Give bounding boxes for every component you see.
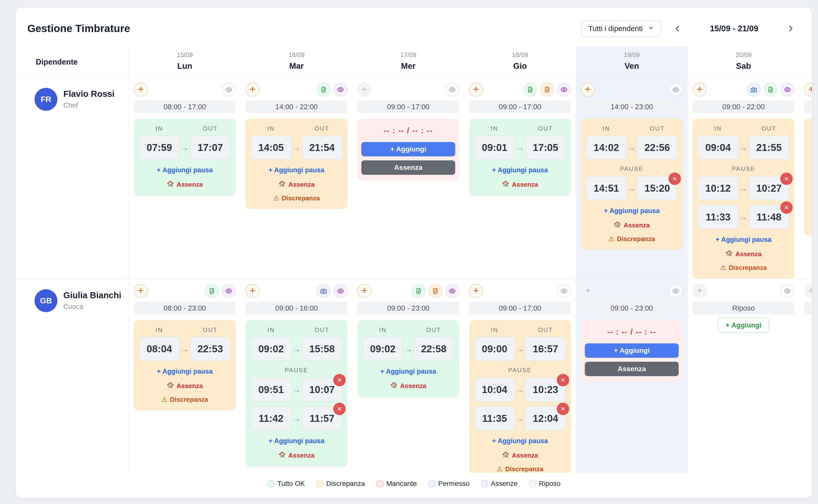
eye-icon[interactable] <box>445 83 459 97</box>
time-in-input[interactable]: 14:02 <box>586 136 626 159</box>
eye-icon[interactable] <box>781 284 794 298</box>
remove-pause-button[interactable]: ✕ <box>557 403 569 415</box>
add-pause-link[interactable]: + Aggiungi pausa <box>139 368 230 375</box>
add-entry-button[interactable]: + <box>581 83 595 97</box>
absence-link[interactable]: Assenza <box>251 180 342 189</box>
add-pause-link[interactable]: + Aggiungi pausa <box>475 437 565 445</box>
time-in-input[interactable]: 08:04 <box>139 337 179 361</box>
pause-end-input[interactable]: 11:57✕ <box>302 406 342 430</box>
pause-end-input[interactable]: 15:20✕ <box>637 176 677 200</box>
remove-pause-button[interactable]: ✕ <box>780 201 793 214</box>
pause-end-input[interactable]: 12:04✕ <box>525 406 565 430</box>
remove-pause-button[interactable]: ✕ <box>333 403 346 415</box>
add-entry-button[interactable]: + <box>469 284 483 298</box>
time-out-input[interactable]: 17:05 <box>525 136 565 159</box>
camera-icon[interactable] <box>747 83 761 97</box>
time-out-input[interactable]: 21:55 <box>749 136 789 159</box>
pause-end-input[interactable]: 11:48✕ <box>749 205 789 229</box>
pause-start-input[interactable]: 11:33 <box>698 205 738 229</box>
eye-icon[interactable] <box>669 284 683 298</box>
employee-filter-select[interactable]: Tutti i dipendenti <box>581 20 661 37</box>
pause-start-input[interactable]: 09:51 <box>251 378 291 401</box>
absence-link[interactable]: Assenza <box>698 250 789 259</box>
discrepancy-link[interactable]: ⚠Discrepanza <box>475 465 565 473</box>
pause-end-input[interactable]: 10:23✕ <box>525 378 565 401</box>
eye-icon-purple[interactable] <box>557 83 571 97</box>
pause-end-input[interactable]: 10:07✕ <box>302 378 342 401</box>
absence-button[interactable]: Assenza <box>585 362 679 376</box>
absence-link[interactable]: Assenza <box>363 381 454 391</box>
pause-start-input[interactable]: 10:12 <box>698 176 738 200</box>
add-entry-button[interactable]: + <box>357 284 371 298</box>
time-out-input[interactable]: 15:58 <box>302 337 342 361</box>
discrepancy-link[interactable]: ⚠Discrepanza <box>586 235 677 243</box>
time-out-input[interactable]: 16:57 <box>525 337 565 361</box>
add-pause-link[interactable]: + Aggiungi pausa <box>139 166 230 174</box>
pause-end-input[interactable]: 10:27✕ <box>749 176 789 200</box>
document-icon-orange[interactable] <box>428 284 442 298</box>
time-out-input[interactable]: 17:07 <box>190 136 230 159</box>
absence-link[interactable]: Assenza <box>139 180 230 189</box>
eye-icon-purple[interactable] <box>781 83 794 97</box>
remove-pause-button[interactable]: ✕ <box>333 374 346 386</box>
time-out-input[interactable]: 22:58 <box>414 337 454 361</box>
eye-icon[interactable] <box>222 83 236 97</box>
add-entry-button[interactable]: + <box>134 284 148 298</box>
time-in-input[interactable]: 09:02 <box>251 337 291 361</box>
time-in-input[interactable]: 09:00 <box>475 337 515 361</box>
document-icon-green[interactable] <box>523 83 537 97</box>
add-entry-button[interactable]: + <box>246 83 260 97</box>
time-in-input[interactable]: 14:05 <box>251 136 291 159</box>
add-pause-link[interactable]: + Aggiungi pausa <box>363 368 454 375</box>
absence-button[interactable]: Assenza <box>361 160 455 175</box>
add-pause-link[interactable]: + Aggiungi pausa <box>586 207 677 215</box>
document-icon-green[interactable] <box>205 284 219 298</box>
add-timestamps-button[interactable]: + Aggiungi <box>361 142 455 156</box>
absence-link[interactable]: Assenza <box>139 381 230 391</box>
add-entry-button[interactable]: + <box>693 83 706 97</box>
add-pause-link[interactable]: + Aggiungi pausa <box>251 437 342 445</box>
time-out-input[interactable]: 22:53 <box>190 337 230 361</box>
add-entry-button[interactable]: + <box>469 83 483 97</box>
time-in-input[interactable]: 09:02 <box>363 337 403 361</box>
document-icon-green[interactable] <box>317 83 331 97</box>
absence-link[interactable]: Assenza <box>475 451 565 460</box>
add-pause-link[interactable]: + Aggiungi pausa <box>251 166 342 174</box>
document-icon-orange[interactable] <box>540 83 554 97</box>
eye-icon-purple[interactable] <box>334 83 347 97</box>
eye-icon[interactable] <box>669 83 683 97</box>
pause-start-input[interactable]: 11:35 <box>475 406 515 430</box>
add-entry-button[interactable]: + <box>804 83 812 97</box>
document-icon-green[interactable] <box>764 83 778 97</box>
time-in-input[interactable]: 09:04 <box>698 136 738 159</box>
absence-link[interactable]: Assenza <box>251 451 342 460</box>
next-week-button[interactable] <box>785 23 796 34</box>
camera-icon[interactable] <box>317 284 331 298</box>
remove-pause-button[interactable]: ✕ <box>780 173 793 185</box>
discrepancy-link[interactable]: ⚠Discrepanza <box>251 194 342 202</box>
remove-pause-button[interactable]: ✕ <box>557 374 569 386</box>
time-out-input[interactable]: 21:54 <box>302 136 342 159</box>
eye-icon-purple[interactable] <box>334 284 347 298</box>
discrepancy-link[interactable]: ⚠Discrepanza <box>698 264 789 272</box>
add-entry-button[interactable]: + <box>134 83 148 97</box>
add-pause-link[interactable]: + Aggiungi pausa <box>475 166 565 174</box>
discrepancy-link[interactable]: ⚠Discrepanza <box>139 396 230 403</box>
add-pause-link[interactable]: + Aggiungi pausa <box>698 236 789 244</box>
eye-icon-purple[interactable] <box>445 284 459 298</box>
absence-link[interactable]: Assenza <box>475 180 565 189</box>
time-out-input[interactable]: 22:56 <box>637 136 677 159</box>
absence-link[interactable]: Assenza <box>586 221 677 230</box>
eye-icon-purple[interactable] <box>222 284 236 298</box>
add-shift-button[interactable]: + Aggiungi <box>718 318 769 333</box>
remove-pause-button[interactable]: ✕ <box>669 173 681 185</box>
pause-start-input[interactable]: 14:51 <box>586 176 626 200</box>
pause-start-input[interactable]: 11:42 <box>251 406 291 430</box>
prev-week-button[interactable] <box>672 23 683 34</box>
eye-icon[interactable] <box>557 284 571 298</box>
add-timestamps-button[interactable]: + Aggiungi <box>585 343 679 358</box>
time-in-input[interactable]: 07:59 <box>139 136 179 159</box>
pause-start-input[interactable]: 10:04 <box>475 378 515 401</box>
document-icon-green[interactable] <box>411 284 425 298</box>
add-entry-button[interactable]: + <box>246 284 260 298</box>
